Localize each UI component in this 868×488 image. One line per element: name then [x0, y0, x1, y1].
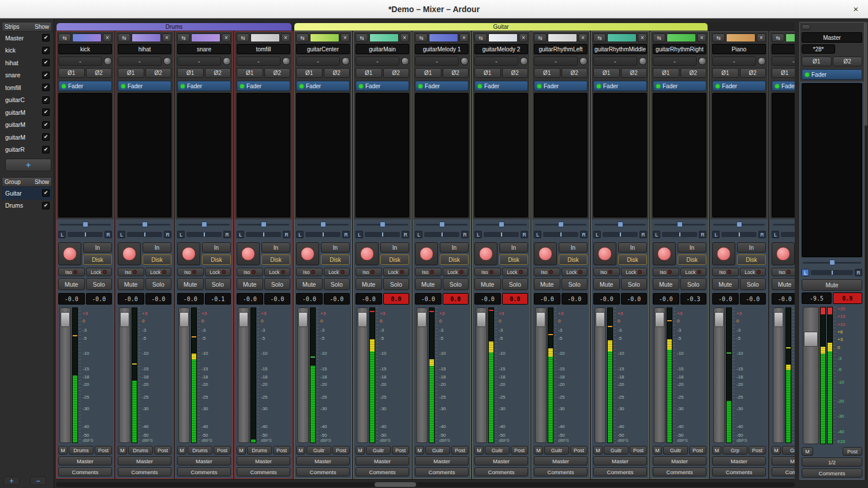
sidebar-group-row[interactable]: Guitar✔: [2, 187, 52, 200]
solo-button[interactable]: Solo: [680, 278, 707, 290]
solo-lock-button[interactable]: Lock: [443, 268, 469, 276]
peak-display[interactable]: -0.0: [324, 293, 350, 305]
comments-button[interactable]: Comments: [58, 467, 112, 476]
strip-name-button[interactable]: kick: [58, 44, 112, 54]
trim-knob[interactable]: [223, 57, 231, 65]
monitor-input-button[interactable]: In: [678, 242, 706, 253]
input-button[interactable]: -: [237, 57, 280, 66]
metering-m-button[interactable]: M: [118, 446, 127, 455]
gain-display[interactable]: -0.0: [712, 293, 739, 305]
strip-visible-checkbox[interactable]: ✔: [42, 84, 50, 91]
strip-visible-checkbox[interactable]: ✔: [42, 59, 50, 66]
fader-processor-button[interactable]: Fader: [237, 81, 290, 91]
phase-invert-2-button[interactable]: Ø2: [324, 68, 350, 78]
metering-m-button[interactable]: M: [653, 446, 662, 455]
width-slider[interactable]: [415, 221, 469, 228]
monitor-disk-button[interactable]: Disk: [83, 254, 112, 265]
strip-color-bar[interactable]: [429, 33, 458, 42]
monitor-input-button[interactable]: In: [737, 242, 766, 253]
group-button[interactable]: Guitr: [366, 446, 391, 455]
output-button[interactable]: Master: [534, 456, 588, 466]
strip-close-button[interactable]: ×: [757, 33, 766, 42]
metering-m-button[interactable]: M: [177, 446, 186, 455]
strip-name-button[interactable]: guitarRhythmLeft: [534, 44, 588, 54]
phase-invert-2-button[interactable]: Ø2: [443, 68, 469, 78]
record-arm-button[interactable]: [474, 242, 497, 265]
trim-knob[interactable]: [282, 57, 290, 65]
fader-slider[interactable]: [773, 307, 784, 443]
width-slider[interactable]: [534, 221, 588, 228]
gain-display[interactable]: -0.0: [772, 293, 795, 305]
phase-invert-2-button[interactable]: Ø2: [680, 68, 707, 78]
solo-lock-button[interactable]: Lock: [502, 268, 529, 276]
strip-name-button[interactable]: Piano: [712, 44, 766, 54]
monitor-disk-button[interactable]: Disk: [321, 254, 350, 265]
strip-color-bar[interactable]: [72, 33, 102, 42]
comments-button[interactable]: Comments: [415, 467, 469, 476]
metering-m-button[interactable]: M: [593, 446, 603, 455]
strip-color-bar[interactable]: [726, 33, 755, 42]
width-slider[interactable]: [712, 221, 766, 228]
fader-handle[interactable]: [536, 312, 545, 327]
phase-invert-2-button[interactable]: Ø2: [562, 68, 588, 78]
strip-close-button[interactable]: ×: [638, 33, 647, 42]
monitor-disk-button[interactable]: Disk: [559, 254, 588, 265]
solo-lock-button[interactable]: Lock: [562, 268, 588, 276]
meter-point-button[interactable]: Post: [689, 446, 706, 455]
fader-processor-button[interactable]: Fader: [712, 81, 766, 91]
processor-box[interactable]: [593, 93, 647, 217]
metering-m-button[interactable]: M: [772, 446, 781, 455]
phase-invert-2-button[interactable]: Ø2: [621, 68, 648, 78]
fader-slider[interactable]: [476, 307, 487, 443]
phase-invert-1-button[interactable]: Ø1: [712, 68, 739, 78]
fader-processor-button[interactable]: Fader: [58, 81, 112, 91]
phase-invert-2-button[interactable]: Ø2: [383, 68, 410, 78]
input-button[interactable]: -: [296, 57, 340, 66]
pan-slider[interactable]: [484, 232, 519, 237]
peak-display[interactable]: -0.1: [205, 293, 231, 305]
trim-knob[interactable]: [401, 57, 409, 65]
group-button[interactable]: Guitr: [485, 446, 510, 455]
strip-visible-checkbox[interactable]: ✔: [42, 96, 50, 104]
width-slider-handle[interactable]: [618, 222, 623, 227]
meter-point-button[interactable]: Post: [332, 446, 350, 455]
output-button[interactable]: Master: [415, 456, 469, 466]
mute-button[interactable]: Mute: [415, 278, 442, 290]
master-corner-button[interactable]: [802, 24, 810, 30]
horizontal-scrollbar[interactable]: [56, 482, 795, 487]
solo-isolate-button[interactable]: Iso: [58, 268, 85, 276]
output-button[interactable]: Master: [593, 456, 647, 466]
group-button[interactable]: Grp: [782, 446, 795, 455]
gain-display[interactable]: -0.0: [177, 293, 204, 305]
strip-close-button[interactable]: ×: [578, 33, 588, 42]
record-arm-button[interactable]: [653, 242, 676, 265]
strip-name-button[interactable]: guitarMain: [356, 44, 409, 54]
metering-m-button[interactable]: M: [296, 446, 305, 455]
phase-invert-1-button[interactable]: Ø1: [534, 68, 560, 78]
peak-display[interactable]: 0.0: [383, 293, 410, 305]
trim-knob[interactable]: [579, 57, 588, 65]
phase-invert-1-button[interactable]: Ø1: [415, 68, 442, 78]
record-arm-button[interactable]: [118, 242, 141, 265]
solo-button[interactable]: Solo: [324, 278, 350, 290]
input-button[interactable]: -: [177, 57, 221, 66]
solo-lock-button[interactable]: Lock: [86, 268, 113, 276]
gain-display[interactable]: -0.0: [237, 293, 263, 305]
group-tab-guitar[interactable]: Guitar: [294, 22, 708, 31]
solo-button[interactable]: Solo: [86, 278, 113, 290]
solo-button[interactable]: Solo: [383, 278, 410, 290]
master-mute-button[interactable]: Mute: [802, 279, 862, 291]
comments-button[interactable]: Comments: [296, 467, 350, 476]
width-slider-handle[interactable]: [261, 222, 267, 227]
phase-invert-1-button[interactable]: Ø1: [58, 68, 85, 78]
strip-color-bar[interactable]: [132, 33, 161, 42]
strip-name-button[interactable]: guitarMelody 1: [415, 44, 469, 54]
processor-box[interactable]: [653, 93, 706, 217]
sidebar-strip-row[interactable]: guitarM✔: [2, 119, 52, 132]
strip-visible-checkbox[interactable]: ✔: [42, 146, 50, 153]
strip-close-button[interactable]: ×: [697, 33, 706, 42]
solo-isolate-button[interactable]: Iso: [237, 268, 263, 276]
comments-button[interactable]: Comments: [474, 467, 528, 476]
strip-shrink-button[interactable]: ⇆: [772, 33, 784, 42]
solo-isolate-button[interactable]: Iso: [296, 268, 323, 276]
